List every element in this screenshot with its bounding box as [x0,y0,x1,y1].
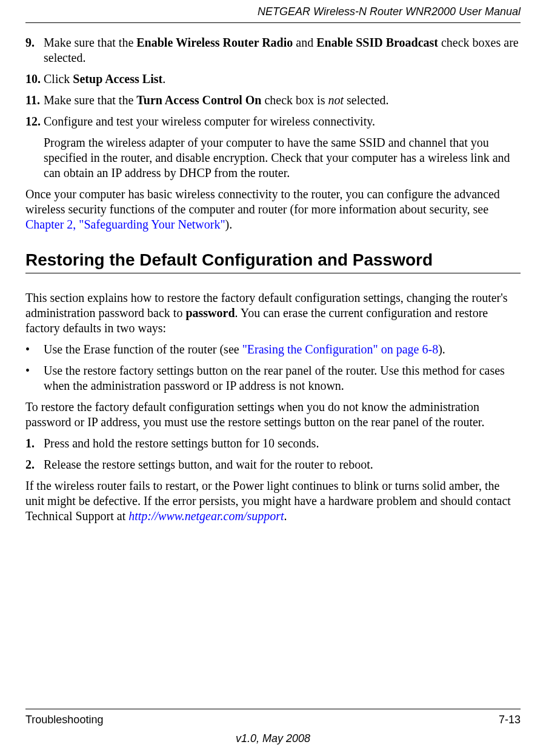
page-footer: Troubleshooting 7-13 v1.0, May 2008 [25,709,521,745]
bullet-marker: • [25,363,44,393]
cross-reference-link[interactable]: "Erasing the Configuration" on page 6-8 [242,343,438,356]
external-link[interactable]: http://www.netgear.com/support [128,509,284,523]
bullet-list-item: •Use the Erase function of the router (s… [25,342,521,357]
list-marker: 9. [25,35,44,65]
cross-reference-link[interactable]: Chapter 2, "Safeguarding Your Network" [25,218,225,231]
numbered-list-item: 12.Configure and test your wireless comp… [25,114,521,129]
list-marker: 10. [25,72,44,87]
paragraph: This section explains how to restore the… [25,290,521,336]
list-marker: 1. [25,436,44,451]
section-rule [25,273,521,273]
numbered-list-item: 11.Make sure that the Turn Access Contro… [25,93,521,108]
numbered-list-item: 2.Release the restore settings button, a… [25,457,521,472]
list-marker: 12. [25,114,44,129]
section-heading: Restoring the Default Configuration and … [25,249,521,270]
bullet-list-item: •Use the restore factory settings button… [25,363,521,393]
bullet-marker: • [25,342,44,357]
list-marker: 11. [25,93,44,108]
footer-version: v1.0, May 2008 [25,732,521,746]
numbered-list-item: 9.Make sure that the Enable Wireless Rou… [25,35,521,65]
paragraph: To restore the factory default configura… [25,400,521,430]
list-marker: 2. [25,457,44,472]
paragraph: Once your computer has basic wireless co… [25,187,521,232]
numbered-list-item: 1.Press and hold the restore settings bu… [25,436,521,451]
footer-section: Troubleshooting [25,713,103,727]
header-rule [25,22,521,23]
running-header: NETGEAR Wireless-N Router WNR2000 User M… [25,5,521,19]
numbered-list-item: 10.Click Setup Access List. [25,72,521,87]
paragraph: If the wireless router fails to restart,… [25,478,521,524]
footer-page-number: 7-13 [499,713,521,727]
